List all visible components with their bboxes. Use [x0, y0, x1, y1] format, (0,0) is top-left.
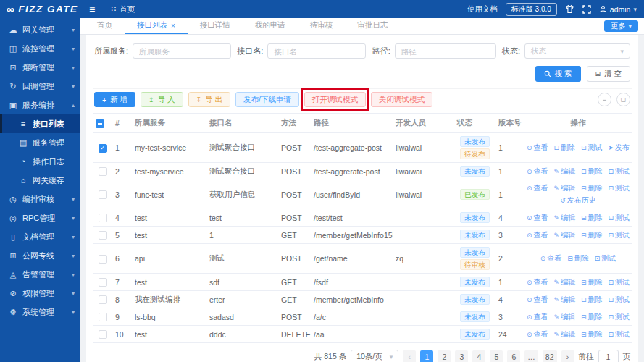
publish-offline-apply-button[interactable]: 发布/下线申请: [235, 92, 299, 107]
more-button[interactable]: 更多 ▾: [604, 20, 638, 32]
sidebar-item-circuit-breaker[interactable]: ⊡熔断管理▾: [0, 58, 80, 77]
row-checkbox[interactable]: [99, 255, 107, 264]
action-test[interactable]: ⊡测试: [595, 253, 616, 264]
action-edit[interactable]: ✎编辑: [553, 295, 575, 305]
prev-page-button[interactable]: ‹: [403, 350, 416, 362]
filter-api-name-input[interactable]: [267, 43, 366, 59]
action-delete[interactable]: ⊟删除: [581, 213, 603, 223]
close-icon[interactable]: ×: [171, 22, 175, 30]
action-edit[interactable]: ✎编辑: [553, 312, 575, 322]
column-settings-button[interactable]: ▢: [616, 93, 630, 106]
action-edit[interactable]: ✎编辑: [553, 277, 575, 287]
sidebar-item-public-line[interactable]: ⊞公网专线▾: [0, 246, 80, 265]
action-delete[interactable]: ⊟删除: [553, 143, 575, 153]
action-delete[interactable]: ⊟删除: [581, 295, 603, 305]
goto-page-input[interactable]: [598, 350, 619, 362]
action-delete[interactable]: ⊟删除: [581, 277, 603, 287]
sidebar-item-flow-control[interactable]: ◫流控管理▾: [0, 39, 80, 58]
row-checkbox[interactable]: [99, 167, 107, 176]
action-test[interactable]: ⊡测试: [609, 295, 630, 305]
page-button-5[interactable]: 5: [490, 350, 503, 362]
tab-api-list[interactable]: 接口列表×: [125, 18, 188, 34]
row-checkbox[interactable]: [99, 190, 107, 199]
action-edit[interactable]: ✎编辑: [553, 230, 575, 240]
row-checkbox[interactable]: [99, 214, 107, 222]
sidebar-item-orchestration[interactable]: ▣服务编排▴: [0, 96, 80, 114]
page-button-2[interactable]: 2: [438, 350, 451, 362]
collapse-rows-button[interactable]: −: [598, 93, 611, 106]
action-delete[interactable]: ⊟删除: [581, 230, 603, 240]
debug-mode-off-button[interactable]: 关闭调试模式: [371, 92, 432, 107]
sidebar-item-callback[interactable]: ↻回调管理▾: [0, 77, 80, 96]
action-edit[interactable]: ✎编辑: [553, 167, 575, 177]
hamburger-menu-icon[interactable]: ≡: [89, 4, 95, 14]
sidebar-item-gateway[interactable]: ☁网关管理▾: [0, 20, 80, 39]
filter-service-input[interactable]: [133, 43, 231, 59]
action-test[interactable]: ⊡测试: [609, 167, 630, 177]
page-button-3[interactable]: 3: [455, 350, 468, 362]
action-view[interactable]: ⊙查看: [527, 277, 548, 287]
action-test[interactable]: ⊡测试: [609, 329, 630, 340]
debug-mode-on-button[interactable]: 打开调试模式: [304, 92, 366, 107]
sidebar-item-alert[interactable]: ◬告警管理▾: [0, 265, 80, 284]
tab-pending-review[interactable]: 待审核: [298, 18, 346, 34]
action-publish-history[interactable]: ↺发布历史: [560, 195, 596, 206]
action-delete[interactable]: ⊟删除: [567, 253, 589, 264]
action-test[interactable]: ⊡测试: [609, 312, 630, 322]
row-checkbox[interactable]: [99, 330, 107, 339]
tab-my-apply[interactable]: 我的申请: [243, 18, 298, 34]
export-button[interactable]: ↧ 导 出: [188, 92, 230, 107]
page-button-82[interactable]: 82: [543, 350, 557, 362]
sidebar-subitem-service-mgmt[interactable]: ▤服务管理: [0, 133, 80, 152]
action-view[interactable]: ⊙查看: [527, 295, 548, 305]
action-edit[interactable]: ✎编辑: [553, 183, 575, 193]
sidebar-subitem-gateway-cache[interactable]: ⌂网关缓存: [0, 171, 80, 190]
filter-path-input[interactable]: [395, 43, 496, 59]
action-test[interactable]: ⊡测试: [609, 213, 630, 223]
action-view[interactable]: ⊙查看: [527, 143, 548, 153]
action-edit[interactable]: ✎编辑: [553, 213, 575, 223]
nav-home-link[interactable]: ∷ 首页: [111, 4, 135, 14]
docs-link[interactable]: 使用文档: [467, 4, 498, 14]
row-checkbox[interactable]: [99, 231, 107, 240]
tab-home[interactable]: 首页: [85, 18, 125, 34]
sidebar-item-rpc[interactable]: ◎RPC管理▾: [0, 209, 80, 227]
action-view[interactable]: ⊙查看: [540, 253, 562, 264]
action-test[interactable]: ⊡测试: [609, 230, 630, 240]
action-delete[interactable]: ⊟删除: [581, 183, 603, 193]
page-button-1[interactable]: 1: [420, 350, 433, 362]
next-page-button[interactable]: ›: [561, 350, 574, 362]
action-test[interactable]: ⊡测试: [581, 143, 603, 153]
action-publish[interactable]: ➤发布: [609, 143, 630, 153]
theme-shirt-icon[interactable]: [565, 4, 574, 14]
action-delete[interactable]: ⊟删除: [581, 312, 603, 322]
action-delete[interactable]: ⊟删除: [581, 167, 603, 177]
user-menu[interactable]: admin ▾: [599, 5, 637, 14]
action-view[interactable]: ⊙查看: [527, 312, 548, 322]
search-button[interactable]: 搜 索: [535, 66, 581, 82]
select-all-checkbox[interactable]: [96, 119, 104, 128]
action-edit[interactable]: ✎编辑: [553, 329, 575, 340]
sidebar-item-doc[interactable]: ▯文档管理▾: [0, 227, 80, 246]
row-checkbox[interactable]: [99, 295, 107, 304]
sidebar-item-orchestration-audit[interactable]: ◷编排审核▾: [0, 190, 80, 209]
page-button-4[interactable]: 4: [472, 350, 485, 362]
tab-audit-log[interactable]: 审批日志: [345, 18, 400, 34]
sidebar-item-system[interactable]: ⚙系统管理▾: [0, 303, 80, 321]
fullscreen-icon[interactable]: [582, 5, 591, 14]
action-view[interactable]: ⊙查看: [527, 213, 548, 223]
action-view[interactable]: ⊙查看: [527, 183, 548, 193]
row-checkbox[interactable]: [99, 278, 107, 287]
row-checkbox[interactable]: [99, 144, 107, 153]
action-view[interactable]: ⊙查看: [527, 230, 548, 240]
action-test[interactable]: ⊡测试: [609, 277, 630, 287]
page-button-6[interactable]: 6: [507, 350, 520, 362]
sidebar-subitem-api-list[interactable]: ≡接口列表: [0, 114, 80, 133]
clear-button[interactable]: ⊟ 清 空: [587, 66, 630, 82]
action-test[interactable]: ⊡测试: [609, 183, 630, 193]
page-size-select[interactable]: 10条/页▾: [351, 350, 398, 362]
tab-api-detail[interactable]: 接口详情: [188, 18, 243, 34]
filter-status-select[interactable]: 状态 ▾: [524, 43, 630, 59]
action-view[interactable]: ⊙查看: [527, 329, 548, 340]
action-delete[interactable]: ⊟删除: [581, 329, 603, 340]
